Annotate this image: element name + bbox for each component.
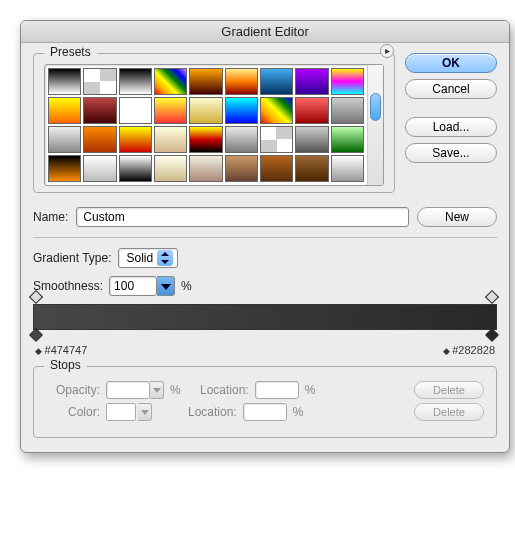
preset-swatch[interactable] — [225, 97, 258, 124]
opacity-input[interactable] — [106, 381, 150, 399]
preset-swatch[interactable] — [189, 155, 222, 182]
preset-swatch[interactable] — [331, 68, 364, 95]
preset-swatch[interactable] — [295, 155, 328, 182]
dialog-content: Presets ▸ OK Cancel Load... Save... — [21, 43, 509, 452]
preset-swatch[interactable] — [83, 68, 116, 95]
smoothness-unit: % — [181, 279, 192, 293]
divider — [33, 237, 497, 238]
color-label: Color: — [46, 405, 100, 419]
load-button[interactable]: Load... — [405, 117, 497, 137]
preset-swatch[interactable] — [225, 126, 258, 153]
preset-swatch[interactable] — [119, 68, 152, 95]
preset-swatch[interactable] — [119, 155, 152, 182]
opacity-location-input[interactable] — [255, 381, 299, 399]
preset-swatch[interactable] — [331, 97, 364, 124]
titlebar: Gradient Editor — [21, 21, 509, 43]
ok-button[interactable]: OK — [405, 53, 497, 73]
color-location-unit: % — [293, 405, 304, 419]
preset-swatch[interactable] — [225, 155, 258, 182]
new-button[interactable]: New — [417, 207, 497, 227]
color-stop-left[interactable] — [31, 330, 43, 342]
right-color-readout: #282828 — [443, 344, 495, 356]
color-dropdown-icon[interactable] — [138, 403, 152, 421]
preset-swatch[interactable] — [260, 68, 293, 95]
preset-swatch[interactable] — [154, 97, 187, 124]
color-location-input[interactable] — [243, 403, 287, 421]
gradient-bar-area — [33, 304, 497, 330]
presets-scrollbar[interactable] — [367, 65, 383, 185]
smoothness-label: Smoothness: — [33, 279, 103, 293]
preset-swatch[interactable] — [83, 126, 116, 153]
preset-swatch[interactable] — [154, 126, 187, 153]
preset-swatch[interactable] — [225, 68, 258, 95]
gradient-type-value: Solid — [127, 251, 154, 265]
name-label: Name: — [33, 210, 68, 224]
preset-swatch[interactable] — [260, 126, 293, 153]
preset-swatch[interactable] — [189, 97, 222, 124]
save-button[interactable]: Save... — [405, 143, 497, 163]
preset-swatch[interactable] — [295, 97, 328, 124]
opacity-delete-button[interactable]: Delete — [414, 381, 484, 399]
preset-swatch[interactable] — [331, 155, 364, 182]
gradient-type-label: Gradient Type: — [33, 251, 112, 265]
preset-swatch[interactable] — [83, 97, 116, 124]
preset-swatch[interactable] — [119, 97, 152, 124]
stops-group: Stops Opacity: % Location: % Delete Colo… — [33, 366, 497, 438]
preset-swatch[interactable] — [48, 126, 81, 153]
stops-legend: Stops — [44, 358, 87, 372]
preset-swatch[interactable] — [48, 155, 81, 182]
color-location-label: Location: — [183, 405, 237, 419]
color-delete-button[interactable]: Delete — [414, 403, 484, 421]
opacity-location-unit: % — [305, 383, 316, 397]
preset-swatch[interactable] — [295, 68, 328, 95]
presets-legend: Presets — [44, 45, 97, 59]
presets-flyout-icon[interactable]: ▸ — [380, 44, 394, 58]
smoothness-dropdown-icon[interactable] — [157, 276, 175, 296]
preset-swatch[interactable] — [189, 126, 222, 153]
opacity-unit: % — [170, 383, 181, 397]
presets-grid — [45, 65, 367, 185]
window-title: Gradient Editor — [221, 24, 308, 39]
scrollbar-thumb[interactable] — [370, 93, 381, 121]
gradient-editor-window: Gradient Editor Presets ▸ OK Cancel — [20, 20, 510, 453]
cancel-button[interactable]: Cancel — [405, 79, 497, 99]
preset-swatch[interactable] — [331, 126, 364, 153]
preset-swatch[interactable] — [154, 68, 187, 95]
opacity-label: Opacity: — [46, 383, 100, 397]
preset-swatch[interactable] — [189, 68, 222, 95]
presets-group: Presets ▸ — [33, 53, 395, 193]
preset-swatch[interactable] — [260, 97, 293, 124]
opacity-location-label: Location: — [195, 383, 249, 397]
preset-swatch[interactable] — [48, 68, 81, 95]
smoothness-input[interactable] — [109, 276, 157, 296]
preset-swatch[interactable] — [154, 155, 187, 182]
preset-swatch[interactable] — [119, 126, 152, 153]
opacity-dropdown-icon[interactable] — [150, 381, 164, 399]
preset-swatch[interactable] — [295, 126, 328, 153]
gradient-bar[interactable] — [33, 304, 497, 330]
preset-swatch[interactable] — [260, 155, 293, 182]
preset-swatch[interactable] — [83, 155, 116, 182]
name-input[interactable] — [76, 207, 409, 227]
color-swatch[interactable] — [106, 403, 136, 421]
updown-arrows-icon — [157, 250, 173, 266]
opacity-stop-left[interactable] — [31, 292, 43, 304]
opacity-stop-right[interactable] — [487, 292, 499, 304]
left-color-readout: #474747 — [35, 344, 87, 356]
gradient-type-select[interactable]: Solid — [118, 248, 179, 268]
preset-swatch[interactable] — [48, 97, 81, 124]
color-stop-right[interactable] — [487, 330, 499, 342]
